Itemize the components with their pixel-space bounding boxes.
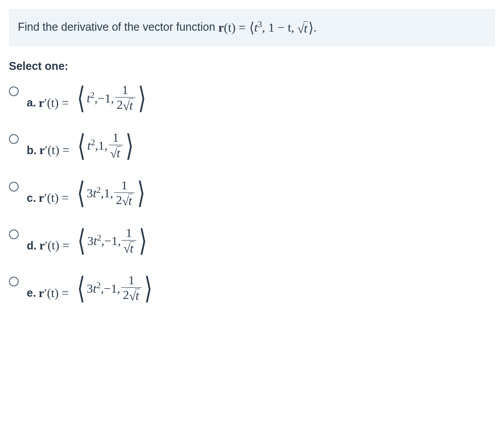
option-vector: ⟨3t2, −1, 1√t⟩ bbox=[76, 227, 149, 256]
option-inner-terms: t2, −1, 12√t bbox=[87, 84, 137, 113]
option-letter: a. bbox=[27, 96, 36, 109]
option-inner-terms: t2, 1, 1√t bbox=[87, 131, 124, 160]
option-label-d: d. r′(t) = ⟨3t2, −1, 1√t⟩ bbox=[27, 227, 149, 256]
question-text: Find the derivative of the vector functi… bbox=[9, 9, 495, 46]
fraction-denominator: 2√t bbox=[115, 97, 135, 113]
question-sep1: , bbox=[262, 20, 268, 34]
option-a: a. r′(t) = ⟨t2, −1, 12√t⟩ bbox=[9, 84, 495, 113]
question-period: . bbox=[313, 20, 317, 34]
option-vector: ⟨t2, 1, 1√t⟩ bbox=[76, 131, 135, 160]
open-bracket-icon: ⟨ bbox=[77, 186, 85, 201]
option-lhs: r′(t) = bbox=[39, 96, 75, 110]
option-letter: d. bbox=[27, 239, 37, 252]
option-vector: ⟨t2, −1, 12√t⟩ bbox=[75, 84, 148, 113]
fraction-numerator: 1 bbox=[126, 274, 136, 287]
option-term2: 1 bbox=[98, 139, 105, 153]
option-label-c: c. r′(t) = ⟨3t2, 1, 12√t⟩ bbox=[27, 179, 147, 208]
option-term1: 3t2 bbox=[87, 282, 101, 296]
question-prefix: Find the derivative of the vector functi… bbox=[18, 20, 218, 33]
open-bracket-icon: ⟨ bbox=[77, 281, 85, 296]
option-d: d. r′(t) = ⟨3t2, −1, 1√t⟩ bbox=[9, 227, 495, 256]
option-term3-fraction: 12√t bbox=[115, 84, 135, 113]
question-term3-sqrt: √t bbox=[297, 21, 308, 36]
radio-c[interactable] bbox=[9, 182, 19, 192]
select-one-label: Select one: bbox=[9, 60, 495, 73]
close-bracket-icon: ⟩ bbox=[138, 233, 146, 249]
options-group: a. r′(t) = ⟨t2, −1, 12√t⟩b. r′(t) = ⟨t2,… bbox=[9, 84, 495, 303]
option-term3-fraction: 1√t bbox=[122, 227, 136, 256]
option-term2: −1 bbox=[104, 282, 117, 296]
option-inner-terms: 3t2, 1, 12√t bbox=[87, 179, 136, 208]
option-term1: 3t2 bbox=[87, 234, 102, 248]
option-lhs: r′(t) = bbox=[39, 286, 75, 300]
option-inner-terms: 3t2, −1, 1√t bbox=[87, 227, 137, 256]
option-letter: c. bbox=[27, 192, 36, 204]
fraction-numerator: 1 bbox=[111, 131, 121, 145]
option-b: b. r′(t) = ⟨t2, 1, 1√t⟩ bbox=[9, 131, 495, 160]
option-term2: −1 bbox=[98, 91, 111, 106]
option-label-b: b. r′(t) = ⟨t2, 1, 1√t⟩ bbox=[27, 131, 135, 160]
radio-b[interactable] bbox=[9, 134, 19, 144]
open-bracket-icon: ⟨ bbox=[77, 91, 85, 106]
fraction-denominator: 2√t bbox=[121, 287, 142, 303]
radio-e[interactable] bbox=[9, 277, 19, 286]
option-term3-fraction: 12√t bbox=[114, 179, 134, 208]
option-vector: ⟨3t2, −1, 12√t⟩ bbox=[75, 274, 154, 303]
fraction-denominator: √t bbox=[122, 240, 136, 256]
option-term3-fraction: 12√t bbox=[121, 274, 142, 303]
option-lhs: r′(t) = bbox=[39, 191, 75, 205]
question-open-bracket: ⟨ bbox=[249, 17, 254, 38]
radio-d[interactable] bbox=[9, 229, 19, 239]
option-term1: t2 bbox=[87, 91, 95, 106]
option-letter: b. bbox=[27, 144, 37, 157]
option-term2: −1 bbox=[105, 234, 118, 248]
option-vector: ⟨3t2, 1, 12√t⟩ bbox=[75, 179, 147, 208]
fraction-numerator: 1 bbox=[124, 227, 134, 240]
open-bracket-icon: ⟨ bbox=[77, 139, 85, 154]
question-term2: 1 − t bbox=[268, 20, 291, 34]
option-label-a: a. r′(t) = ⟨t2, −1, 12√t⟩ bbox=[27, 84, 148, 113]
option-term1: 3t2 bbox=[87, 186, 101, 200]
close-bracket-icon: ⟩ bbox=[126, 139, 134, 154]
question-close-bracket: ⟩ bbox=[309, 17, 313, 38]
fraction-numerator: 1 bbox=[120, 84, 130, 97]
question-func-arg: (t) = bbox=[224, 20, 249, 34]
option-term2: 1 bbox=[104, 186, 110, 200]
option-inner-terms: 3t2, −1, 12√t bbox=[87, 274, 143, 303]
close-bracket-icon: ⟩ bbox=[138, 91, 146, 106]
close-bracket-icon: ⟩ bbox=[137, 186, 145, 201]
option-letter: e. bbox=[27, 286, 36, 299]
option-c: c. r′(t) = ⟨3t2, 1, 12√t⟩ bbox=[9, 179, 495, 208]
option-e: e. r′(t) = ⟨3t2, −1, 12√t⟩ bbox=[9, 274, 495, 303]
question-sep2: , bbox=[291, 20, 297, 34]
option-term1: t2 bbox=[87, 139, 95, 153]
question-term1: t3 bbox=[254, 20, 262, 34]
fraction-denominator: 2√t bbox=[114, 192, 134, 208]
option-term3-fraction: 1√t bbox=[109, 131, 123, 160]
option-lhs: r′(t) = bbox=[39, 238, 76, 253]
open-bracket-icon: ⟨ bbox=[77, 233, 85, 249]
question-func-r: r bbox=[218, 20, 224, 34]
option-lhs: r′(t) = bbox=[39, 143, 76, 157]
fraction-denominator: √t bbox=[109, 145, 123, 160]
radio-a[interactable] bbox=[9, 86, 19, 96]
option-label-e: e. r′(t) = ⟨3t2, −1, 12√t⟩ bbox=[27, 274, 154, 303]
fraction-numerator: 1 bbox=[119, 179, 129, 192]
close-bracket-icon: ⟩ bbox=[144, 281, 152, 296]
